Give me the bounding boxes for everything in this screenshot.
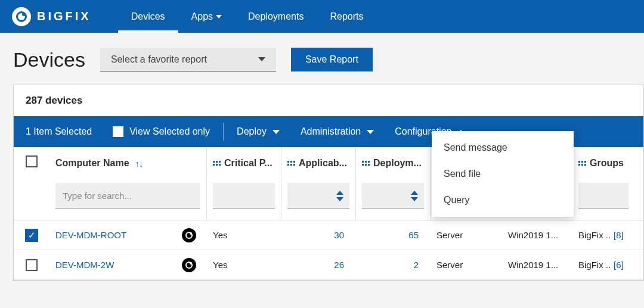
computer-name-link[interactable]: DEV-MDM-ROOT <box>49 228 207 242</box>
row-critical: Yes <box>207 260 281 270</box>
spinner-down-icon[interactable] <box>411 197 418 201</box>
chevron-down-icon <box>367 130 374 134</box>
deploy-menu-button[interactable]: Deploy <box>237 126 280 137</box>
groups-filter-input[interactable] <box>578 183 628 209</box>
menu-send-file[interactable]: Send file <box>432 161 574 187</box>
brand[interactable]: BIGFIX <box>12 7 91 26</box>
chevron-down-icon <box>216 15 222 18</box>
administration-label: Administration <box>301 126 361 137</box>
chevron-down-icon <box>273 130 280 134</box>
view-selected-only-toggle[interactable]: View Selected only <box>113 126 210 137</box>
nav-deployments-label: Deployments <box>248 11 304 22</box>
nav-deployments[interactable]: Deployments <box>235 0 317 33</box>
number-spinner <box>336 191 343 201</box>
nav-reports[interactable]: Reports <box>317 0 376 33</box>
nav-apps[interactable]: Apps <box>178 0 235 33</box>
row-os: Win2019 1... <box>502 230 572 240</box>
row-applicable-link[interactable]: 30 <box>281 230 356 240</box>
page-header: Devices Select a favorite report Save Re… <box>0 33 644 85</box>
device-count: 287 devices <box>14 85 643 116</box>
row-checkbox[interactable]: ✓ <box>25 229 38 242</box>
chevron-down-icon <box>258 57 265 61</box>
column-applicable-label: Applicab... <box>299 158 347 169</box>
deploy-label: Deploy <box>237 126 267 137</box>
nav-devices[interactable]: Devices <box>118 0 178 33</box>
drag-handle-icon[interactable] <box>362 161 370 166</box>
row-name: DEV-MDM-2W <box>55 260 114 270</box>
nav-reports-label: Reports <box>330 11 363 22</box>
row-type: Server <box>431 230 502 240</box>
spinner-down-icon[interactable] <box>336 197 343 201</box>
row-group-count-link[interactable]: [6] <box>611 260 630 270</box>
spinner-up-icon[interactable] <box>336 191 343 195</box>
search-placeholder: Type for search... <box>63 191 132 201</box>
divider <box>223 123 224 141</box>
row-name: DEV-MDM-ROOT <box>55 230 126 240</box>
drag-handle-icon[interactable] <box>213 161 221 166</box>
nav-items: Devices Apps Deployments Reports <box>118 0 377 33</box>
row-checkbox[interactable] <box>26 259 38 271</box>
spinner-up-icon[interactable] <box>411 191 418 195</box>
column-critical[interactable]: Critical P... <box>207 147 281 220</box>
configuration-dropdown-menu: Send message Send file Query <box>432 131 574 217</box>
drag-handle-icon[interactable] <box>287 161 295 166</box>
nav-devices-label: Devices <box>131 11 165 22</box>
row-type: Server <box>431 260 502 270</box>
save-report-button[interactable]: Save Report <box>291 48 373 71</box>
row-os: Win2019 1... <box>502 260 572 270</box>
row-critical: Yes <box>207 230 281 240</box>
favorite-report-placeholder: Select a favorite report <box>111 54 207 65</box>
view-selected-only-label: View Selected only <box>129 126 210 137</box>
page-title: Devices <box>13 48 85 71</box>
bigfix-agent-icon <box>182 228 196 242</box>
number-spinner <box>411 191 418 201</box>
favorite-report-select[interactable]: Select a favorite report <box>100 48 276 71</box>
row-group-count-link[interactable]: [8] <box>611 230 630 240</box>
row-deployments-link[interactable]: 2 <box>356 260 431 270</box>
search-input[interactable]: Type for search... <box>55 183 200 209</box>
column-deployments-label: Deploym... <box>373 158 422 169</box>
column-computer-name[interactable]: Computer Name ↑↓ Type for search... <box>49 147 207 220</box>
selection-status: 1 Item Selected <box>26 126 92 137</box>
table-row: ✓ DEV-MDM-ROOT Yes 30 65 Server Win2019 … <box>14 220 643 250</box>
row-group: BigFix ... <box>572 260 611 270</box>
column-name-label: Computer Name <box>55 158 129 169</box>
checkbox-icon <box>113 126 123 137</box>
menu-query[interactable]: Query <box>432 187 574 213</box>
nav-apps-label: Apps <box>191 11 213 22</box>
bigfix-logo-icon <box>12 7 31 26</box>
row-applicable-link[interactable]: 26 <box>281 260 356 270</box>
table-row: DEV-MDM-2W Yes 26 2 Server Win2019 1... … <box>14 250 643 280</box>
column-checkbox <box>14 147 49 220</box>
drag-handle-icon[interactable] <box>578 161 586 166</box>
brand-text: BIGFIX <box>37 10 91 23</box>
bigfix-agent-icon <box>182 258 196 272</box>
sort-icon[interactable]: ↑↓ <box>135 158 143 169</box>
row-deployments-link[interactable]: 65 <box>356 230 431 240</box>
top-nav: BIGFIX Devices Apps Deployments Reports <box>0 0 644 33</box>
column-deployments[interactable]: Deploym... <box>356 147 431 220</box>
critical-filter-input[interactable] <box>213 183 275 209</box>
column-groups[interactable]: Groups <box>572 147 638 220</box>
computer-name-link[interactable]: DEV-MDM-2W <box>49 258 207 272</box>
row-group: BigFix ... <box>572 230 611 240</box>
select-all-checkbox[interactable] <box>26 155 38 167</box>
column-groups-label: Groups <box>590 158 624 169</box>
menu-send-message[interactable]: Send message <box>432 135 574 161</box>
deployments-filter-input[interactable] <box>362 183 424 209</box>
administration-menu-button[interactable]: Administration <box>301 126 374 137</box>
column-critical-label: Critical P... <box>224 158 273 169</box>
applicable-filter-input[interactable] <box>287 183 349 209</box>
column-applicable[interactable]: Applicab... <box>281 147 356 220</box>
